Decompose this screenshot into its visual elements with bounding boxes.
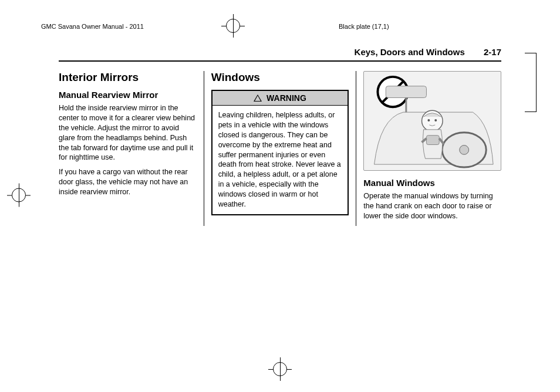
content-columns: Interior Mirrors Manual Rearview Mirror …	[59, 71, 501, 226]
heading-interior-mirrors: Interior Mirrors	[59, 71, 197, 84]
paragraph: Operate the manual windows by turning th…	[363, 191, 501, 221]
crop-mark	[525, 53, 537, 111]
heading-windows: Windows	[211, 71, 349, 84]
registration-mark-bottom	[268, 357, 292, 383]
running-header: Keys, Doors and Windows 2-17	[59, 47, 501, 62]
page-number: 2-17	[484, 47, 501, 57]
column-1: Interior Mirrors Manual Rearview Mirror …	[59, 71, 204, 226]
svg-point-7	[428, 119, 430, 121]
section-title: Keys, Doors and Windows	[355, 47, 465, 57]
illustration-child-in-car	[363, 71, 501, 171]
heading-manual-rearview-mirror: Manual Rearview Mirror	[59, 90, 197, 100]
heading-manual-windows: Manual Windows	[363, 178, 501, 188]
print-plate-label: Black plate (17,1)	[245, 23, 519, 30]
column-3: Manual Windows Operate the manual window…	[356, 71, 501, 226]
warning-triangle-icon	[254, 94, 262, 102]
svg-point-8	[435, 119, 437, 121]
warning-body: Leaving children, helpless adults, or pe…	[212, 106, 348, 214]
print-doc-title: GMC Savana Owner Manual - 2011	[41, 23, 221, 30]
warning-title: WARNING	[212, 91, 348, 106]
column-2: Windows WARNING Leaving children, helple…	[204, 71, 356, 226]
warning-box: WARNING Leaving children, helpless adult…	[211, 90, 349, 215]
svg-rect-9	[427, 136, 440, 145]
registration-mark-top	[221, 14, 245, 39]
warning-label: WARNING	[266, 93, 306, 103]
paragraph: Hold the inside rearview mirror in the c…	[59, 103, 197, 163]
svg-rect-2	[386, 86, 427, 98]
svg-point-5	[460, 146, 469, 155]
page-content: Keys, Doors and Windows 2-17 Interior Mi…	[59, 47, 501, 226]
registration-mark-left	[7, 184, 31, 209]
paragraph: If you have a cargo van without the rear…	[59, 167, 197, 197]
print-header: GMC Savana Owner Manual - 2011 Black pla…	[0, 14, 560, 39]
